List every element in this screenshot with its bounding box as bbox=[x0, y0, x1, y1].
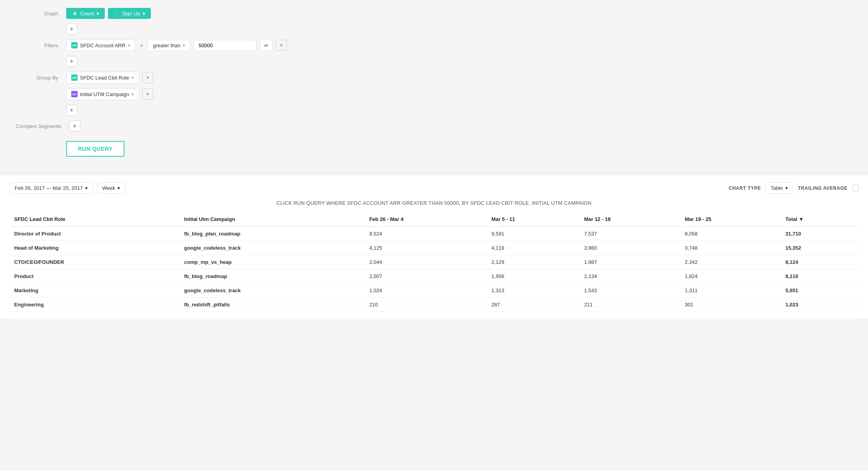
cell-feb26: 2,044 bbox=[365, 255, 487, 269]
group-by-field-1-dropdown[interactable]: AR SFDC Lead Cbit Role ▾ bbox=[66, 72, 139, 83]
controls-right: CHART TYPE Table ▾ TRAILING AVERAGE bbox=[729, 182, 859, 194]
cell-mar19: 301 bbox=[680, 298, 781, 312]
table-row: Product fb_blog_roadmap 2,007 1,956 2,13… bbox=[9, 269, 859, 284]
run-query-row: RUN QUERY bbox=[16, 138, 852, 157]
add-compare-segment-button[interactable]: + bbox=[69, 121, 80, 132]
cell-campaign: google_codeless_track bbox=[180, 241, 365, 255]
trailing-average-label: TRAILING AVERAGE bbox=[798, 185, 848, 191]
cell-total: 8,119 bbox=[781, 269, 859, 284]
group-by-label: Group By bbox=[16, 75, 63, 81]
cell-mar19: 1,311 bbox=[680, 284, 781, 298]
controls-row: Feb 26, 2017 — Mar 25, 2017 ▾ Week ▾ CHA… bbox=[9, 182, 859, 194]
group-by-field-2-dropdown[interactable]: UT Initial UTM Campaign ▾ bbox=[66, 88, 139, 100]
cell-mar19: 3,748 bbox=[680, 241, 781, 255]
query-description: CLICK RUN QUERY WHERE SFDC ACCOUNT ARR G… bbox=[9, 200, 859, 206]
remove-filter-button[interactable]: × bbox=[276, 40, 287, 51]
remove-group-by-1-button[interactable]: × bbox=[142, 72, 153, 83]
col-header-feb26: Feb 26 - Mar 4 bbox=[365, 212, 487, 226]
sfdc-filter-icon: AR bbox=[71, 42, 78, 48]
cell-campaign: comp_mp_vs_heap bbox=[180, 255, 365, 269]
cell-feb26: 210 bbox=[365, 298, 487, 312]
cell-total: 1,023 bbox=[781, 298, 859, 312]
filter-field-dropdown[interactable]: AR SFDC Account ARR ▾ bbox=[66, 39, 135, 51]
cell-mar5: 1,956 bbox=[487, 269, 579, 284]
cell-mar19: 1,824 bbox=[680, 269, 781, 284]
cell-total: 8,124 bbox=[781, 255, 859, 269]
cell-role: Product bbox=[9, 269, 180, 284]
sfdc-group1-icon: AR bbox=[71, 74, 78, 81]
table-header: SFDC Lead Cbit Role Initial Utm Campaign… bbox=[9, 212, 859, 226]
filters-row: Filters AR SFDC Account ARR ▾ > greater … bbox=[16, 39, 852, 51]
cell-role: Director of Product bbox=[9, 226, 180, 241]
cell-feb26: 1,024 bbox=[365, 284, 487, 298]
utm-group2-icon: UT bbox=[71, 91, 78, 97]
cell-mar12: 3,960 bbox=[579, 241, 680, 255]
add-filter-button[interactable]: + bbox=[66, 56, 77, 67]
top-panel: Graph ▦ Count ▾ ↑ Sign Up ▾ + Filters AR… bbox=[0, 0, 868, 169]
filter-options-button[interactable]: ⇌ bbox=[260, 40, 273, 51]
table-row: Marketing google_codeless_track 1,024 1,… bbox=[9, 284, 859, 298]
filters-label: Filters bbox=[16, 43, 63, 48]
graph-label: Graph bbox=[16, 11, 63, 17]
cell-campaign: fb_blog_plan_roadmap bbox=[180, 226, 365, 241]
cell-mar5: 1,313 bbox=[487, 284, 579, 298]
cell-mar19: 2,342 bbox=[680, 255, 781, 269]
group-by-row: Group By AR SFDC Lead Cbit Role ▾ × bbox=[16, 72, 852, 83]
run-query-button[interactable]: RUN QUERY bbox=[66, 141, 124, 157]
results-table: SFDC Lead Cbit Role Initial Utm Campaign… bbox=[9, 212, 859, 312]
filter-value-input[interactable] bbox=[193, 40, 256, 51]
operator-dropdown[interactable]: greater than ▾ bbox=[148, 40, 190, 51]
cell-mar12: 2,134 bbox=[579, 269, 680, 284]
controls-left: Feb 26, 2017 — Mar 25, 2017 ▾ Week ▾ bbox=[9, 182, 125, 194]
remove-group-by-2-button[interactable]: × bbox=[142, 89, 153, 100]
table-row: Head of Marketing google_codeless_track … bbox=[9, 241, 859, 255]
period-dropdown[interactable]: Week ▾ bbox=[97, 182, 125, 194]
cell-mar12: 1,543 bbox=[579, 284, 680, 298]
cell-mar12: 1,987 bbox=[579, 255, 680, 269]
col-header-campaign: Initial Utm Campaign bbox=[180, 212, 365, 226]
cell-role: Engineering bbox=[9, 298, 180, 312]
table-row: Engineering fb_redshift_pitfalls 210 287… bbox=[9, 298, 859, 312]
trailing-average-checkbox[interactable] bbox=[852, 185, 859, 191]
col-header-mar19: Mar 19 - 25 bbox=[680, 212, 781, 226]
add-group-by-button[interactable]: + bbox=[66, 105, 77, 116]
cell-total: 31,710 bbox=[781, 226, 859, 241]
table-body: Director of Product fb_blog_plan_roadmap… bbox=[9, 226, 859, 312]
graph-plus-row: + bbox=[16, 24, 852, 35]
bar-chart-icon: ▦ bbox=[72, 10, 78, 17]
cell-mar5: 9,591 bbox=[487, 226, 579, 241]
date-range-dropdown[interactable]: Feb 26, 2017 — Mar 25, 2017 ▾ bbox=[9, 182, 93, 194]
compare-segments-row: Compare Segments + bbox=[16, 121, 852, 132]
cell-campaign: google_codeless_track bbox=[180, 284, 365, 298]
cell-mar5: 287 bbox=[487, 298, 579, 312]
compare-segments-label: Compare Segments bbox=[16, 123, 66, 129]
graph-row: Graph ▦ Count ▾ ↑ Sign Up ▾ bbox=[16, 8, 852, 19]
cell-role: Marketing bbox=[9, 284, 180, 298]
col-header-mar12: Mar 12 - 18 bbox=[579, 212, 680, 226]
cell-role: Head of Marketing bbox=[9, 241, 180, 255]
col-header-mar5: Mar 5 - 11 bbox=[487, 212, 579, 226]
col-header-total: Total ▼ bbox=[781, 212, 859, 226]
panel-divider bbox=[0, 172, 868, 173]
table-row: Director of Product fb_blog_plan_roadmap… bbox=[9, 226, 859, 241]
metric-dropdown[interactable]: ▦ Count ▾ bbox=[66, 8, 105, 19]
cell-total: 15,352 bbox=[781, 241, 859, 255]
cell-campaign: fb_blog_roadmap bbox=[180, 269, 365, 284]
event-dropdown[interactable]: ↑ Sign Up ▾ bbox=[108, 8, 151, 19]
operator-symbol: > bbox=[139, 40, 145, 51]
cell-mar5: 4,119 bbox=[487, 241, 579, 255]
cell-feb26: 8,524 bbox=[365, 226, 487, 241]
chart-type-label: CHART TYPE bbox=[729, 185, 761, 191]
results-panel: Feb 26, 2017 — Mar 25, 2017 ▾ Week ▾ CHA… bbox=[0, 176, 868, 318]
cell-feb26: 4,125 bbox=[365, 241, 487, 255]
cell-mar12: 7,537 bbox=[579, 226, 680, 241]
chart-type-dropdown[interactable]: Table ▾ bbox=[766, 182, 793, 194]
cell-total: 5,651 bbox=[781, 284, 859, 298]
cell-feb26: 2,007 bbox=[365, 269, 487, 284]
table-header-row: SFDC Lead Cbit Role Initial Utm Campaign… bbox=[9, 212, 859, 226]
cell-campaign: fb_redshift_pitfalls bbox=[180, 298, 365, 312]
filters-plus-row: + bbox=[16, 56, 852, 67]
add-graph-button[interactable]: + bbox=[66, 24, 77, 35]
signup-icon: ↑ bbox=[113, 10, 120, 17]
group-by-row-2: UT Initial UTM Campaign ▾ × bbox=[16, 88, 852, 100]
